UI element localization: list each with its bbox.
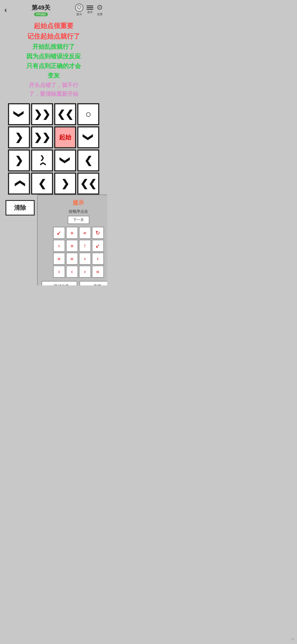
cell-3-2[interactable]: ❯❯ [31, 149, 53, 171]
hint-cell-3-3[interactable]: › [79, 253, 91, 265]
cell-2-1[interactable]: ❯ [8, 126, 30, 148]
level-title: 第49关 [32, 4, 50, 12]
hint-icon-4-3: › [84, 268, 86, 275]
cell-3-3[interactable]: ❯ [54, 149, 76, 171]
chevron-up-icon: ❯ [14, 179, 24, 188]
hint-icon-4-1: › [58, 268, 60, 275]
instruction-line1: 起始点很重要 记住起始点就行了 [6, 21, 102, 42]
hint-cell-1-3[interactable]: « [79, 227, 91, 239]
cell-2-2[interactable]: ❯❯ [31, 126, 53, 148]
chevron-down-icon: ❯ [14, 110, 24, 118]
hint-cell-4-2[interactable]: ‹ [66, 266, 78, 278]
double-right-icon: ❯❯ [34, 109, 50, 119]
list-icon [87, 6, 93, 10]
hint-row-4: › ‹ › « [53, 266, 104, 278]
back-button[interactable]: ‹ [4, 6, 7, 14]
hint-cell-3-2[interactable]: « [66, 253, 78, 265]
hint-modal: ✕ 提示 按顺序点击 下一关 ↙ » « ↻ › » ↑ ↙ » « › [37, 195, 107, 285]
start-label: 起始 [59, 133, 71, 141]
cell-4-2[interactable]: ❮ [31, 173, 53, 195]
hint-icon-3-4: ‹ [97, 255, 99, 262]
fps-badge: FPS60 [34, 12, 48, 16]
chevron-left-icon: ❮ [84, 155, 92, 165]
chevron-left-icon-2: ❮ [38, 179, 46, 189]
hint-grid: ↙ » « ↻ › » ↑ ↙ » « › ‹ › ‹ › « [42, 227, 107, 278]
cell-3-1[interactable]: ❯ [8, 149, 30, 171]
cell-1-4[interactable]: ○ [77, 103, 99, 125]
right-icon-4: ❯ [61, 179, 69, 189]
svg-point-0 [78, 6, 81, 9]
hint-cell-4-1[interactable]: › [53, 266, 65, 278]
hint-cell-3-1[interactable]: » [53, 253, 65, 265]
header-icons: 提示 选关 ⚙ 设置 [75, 3, 103, 16]
svg-rect-2 [79, 9, 80, 10]
hint-icon-1-4: ↻ [95, 230, 100, 236]
chevron-down-icon-3: ❯ [60, 156, 70, 165]
select-level-button[interactable]: 选关 [87, 6, 93, 14]
grid-row-2: ❯ ❯❯ 起始 ❯ [8, 126, 99, 148]
hint-cell-4-3[interactable]: › [79, 266, 91, 278]
hint-icon-3-2: « [70, 255, 73, 262]
skip-label: 跳过此关 [54, 284, 69, 285]
lightbulb-icon [75, 4, 83, 12]
double-left-icon: ❮❮ [57, 109, 73, 119]
skip-button[interactable]: ▶ 跳过此关 [42, 281, 77, 285]
instruction-line3: 开始乱按就行了 因为点到错误没反应 只有点到正确的才会 变灰 [6, 42, 102, 81]
cell-4-3[interactable]: ❯ [54, 173, 76, 195]
close-button[interactable]: 关闭 [79, 281, 107, 285]
hint-icon-2-2: » [70, 242, 73, 249]
hint-cell-2-1[interactable]: › [53, 240, 65, 252]
modal-title: 提示 [42, 199, 107, 206]
hint-icon-1-2: » [70, 230, 73, 236]
grid-row-3: ❯ ❯❯ ❯ ❮ [8, 149, 99, 171]
hint-icon-3-3: › [84, 255, 86, 262]
hint-cell-2-4[interactable]: ↙ [92, 240, 104, 252]
hint-icon-3-1: » [57, 255, 61, 262]
instructions-area: 起始点很重要 记住起始点就行了 开始乱按就行了 因为点到错误没反应 只有点到正确… [0, 16, 107, 100]
chevron-down-icon-2: ❯ [83, 133, 93, 141]
cell-2-3-start[interactable]: 起始 [54, 126, 76, 148]
header: ‹ 第49关 FPS60 提示 选关 ⚙ 设置 [0, 0, 107, 16]
hint-row-3: » « › ‹ [53, 253, 104, 265]
cell-3-4[interactable]: ❮ [77, 149, 99, 171]
settings-button[interactable]: ⚙ 设置 [97, 3, 103, 16]
grid-row-4: ❯ ❮ ❯ ❮❮ [8, 173, 99, 195]
hint-icon-4-4: « [96, 268, 99, 275]
circle-icon: ○ [85, 109, 91, 119]
hint-cell-4-4[interactable]: « [92, 266, 104, 278]
double-left-icon-2: ❮❮ [80, 179, 97, 189]
select-label: 选关 [87, 10, 93, 14]
hint-icon-2-1: › [58, 242, 60, 249]
hint-row-2: › » ↑ ↙ [53, 240, 104, 252]
hint-cell-3-4[interactable]: ‹ [92, 253, 104, 265]
hint-row-1: ↙ » « ↻ [53, 227, 104, 239]
hint-cell-1-2[interactable]: » [66, 227, 78, 239]
modal-subtitle: 按顺序点击 [42, 209, 107, 214]
cell-2-4[interactable]: ❯ [77, 126, 99, 148]
next-level-button[interactable]: 下一关 [68, 216, 89, 224]
double-up-icon: ❯❯ [40, 155, 45, 166]
cell-1-2[interactable]: ❯❯ [31, 103, 53, 125]
hint-icon-4-2: ‹ [71, 268, 73, 275]
cell-1-1[interactable]: ❯ [8, 103, 30, 125]
title-area: 第49关 FPS60 [32, 4, 50, 16]
grid-row-1: ❯ ❯❯ ❮❮ ○ [8, 103, 99, 125]
settings-label: 设置 [97, 12, 103, 16]
hint-cell-2-3[interactable]: ↑ [79, 240, 91, 252]
cell-1-3[interactable]: ❮❮ [54, 103, 76, 125]
right-icon: ❯ [15, 132, 23, 142]
modal-footer: ▶ 跳过此关 关闭 [42, 281, 107, 285]
hint-cell-1-4[interactable]: ↻ [92, 227, 104, 239]
game-grid: ❯ ❯❯ ❮❮ ○ ❯ ❯❯ 起始 ❯ ❯ ❯❯ [0, 100, 107, 197]
gear-icon: ⚙ [97, 3, 103, 12]
hint-icon-2-4: ↙ [95, 242, 100, 249]
clear-button[interactable]: 清除 [6, 200, 35, 215]
cell-4-1[interactable]: ❯ [8, 173, 30, 195]
hint-button[interactable]: 提示 [75, 4, 83, 16]
cell-4-4[interactable]: ❮❮ [77, 173, 99, 195]
instruction-line7: 开头点错了，就不行 了，要清除重新开始 [6, 81, 102, 98]
hint-cell-2-2[interactable]: » [66, 240, 78, 252]
svg-rect-1 [78, 9, 80, 9]
hint-icon-1-3: « [83, 230, 86, 236]
hint-cell-1-1[interactable]: ↙ [53, 227, 65, 239]
